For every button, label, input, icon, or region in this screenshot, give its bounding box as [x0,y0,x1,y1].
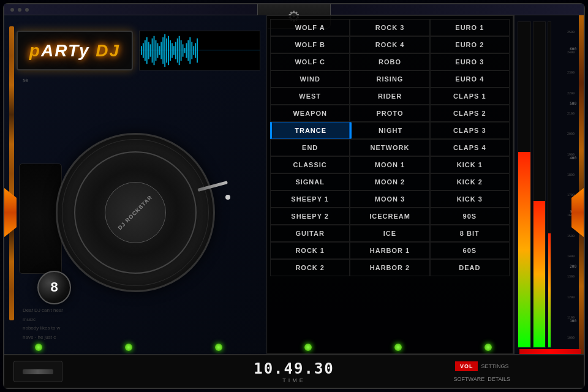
track-name-moon2: MOON 2 [375,178,405,186]
svg-rect-4 [146,37,148,64]
track-rock1[interactable]: ROCK 1 [270,242,350,259]
turntable-container: DJ ROCKSTAR 8 [56,133,215,292]
software-label[interactable]: SOFTWARE [453,376,484,382]
track-classic[interactable]: CLASSIC [270,156,350,173]
track-moon2[interactable]: MOON 2 [350,173,429,190]
track-kick2[interactable]: KICK 2 [430,173,510,190]
track-night[interactable]: NIGHT [350,122,429,139]
svg-rect-30 [193,46,194,55]
track-harbor1[interactable]: HARBOR 1 [350,242,429,259]
track-wolf-b[interactable]: WOLF B [270,36,350,53]
track-name-rock3: ROCK 3 [375,24,405,31]
ds-1100: 1100 [567,315,575,319]
track-name-rising: RISING [377,75,404,83]
track-trance[interactable]: TRANCE [270,122,350,139]
details-label[interactable]: DETAILS [488,376,510,382]
track-kick3[interactable]: KICK 3 [430,190,510,208]
track-name-weapon: WEAPON [293,110,327,117]
svg-rect-21 [177,39,178,63]
track-proto[interactable]: PROTO [350,105,429,122]
track-name-wolf-c: WOLF C [295,58,325,66]
turntable[interactable]: DJ ROCKSTAR [56,133,215,292]
track-claps2[interactable]: CLAPS 2 [430,105,510,122]
track-wolf-a[interactable]: WOLF A [270,19,350,36]
ds-2400: 2400 [567,50,575,54]
settings-label[interactable]: SETTINGS [481,361,508,371]
vu-right-fill [533,201,546,347]
track-name-dead: DEAD [459,264,480,271]
dot-1 [10,8,14,12]
track-end[interactable]: END [270,139,350,156]
track-name-signal: SIGNAL [295,178,325,186]
track-ice[interactable]: ICE [350,225,429,242]
track-guitar[interactable]: GUITAR [270,225,350,242]
track-name-60s: 60S [463,247,477,254]
track-claps1[interactable]: CLAPS 1 [430,88,510,105]
track-signal[interactable]: SIGNAL [270,173,350,190]
track-euro3[interactable]: EURO 3 [430,53,510,70]
track-8bit[interactable]: 8 BIT [430,225,510,242]
track-harbor2[interactable]: HARBOR 2 [350,259,429,276]
track-rider[interactable]: RIDER [350,88,429,105]
top-bar-dots [10,8,29,12]
svg-rect-3 [145,40,146,61]
track-moon1[interactable]: MOON 1 [350,156,429,173]
track-60s[interactable]: 60S [430,242,510,259]
track-network[interactable]: NETWORK [350,139,429,156]
bottom-left-deco [13,361,62,382]
logo-dj: DJ [96,41,120,60]
track-name-rider: RIDER [378,92,402,100]
track-column-2: ROCK 3 ROCK 4 ROBO RISING RIDER [350,19,429,350]
track-robo[interactable]: ROBO [350,53,429,70]
track-kick1[interactable]: KICK 1 [430,156,510,173]
track-west[interactable]: WEST [270,88,350,105]
track-wind[interactable]: WIND [270,70,350,88]
track-column-1: WOLF A WOLF B WOLF C WIND WEST [270,19,350,350]
waveform-area [139,31,260,70]
ds-2000: 2000 [567,132,575,135]
dj-label-text: DJ ROCKSTAR [117,194,154,230]
green-light-5 [394,344,402,351]
track-name-end: END [302,144,318,151]
time-label: TIME [254,377,334,383]
track-name-rock1: ROCK 1 [295,247,325,254]
track-claps4[interactable]: CLAPS 4 [430,139,510,156]
svg-rect-1 [141,46,142,55]
track-sheepy1[interactable]: SHEEPY 1 [270,190,350,208]
dot-2 [18,8,21,12]
svg-rect-13 [162,37,164,64]
track-90s[interactable]: 90S [430,208,510,225]
track-moon3[interactable]: MOON 3 [350,190,429,208]
track-rising[interactable]: RISING [350,70,429,88]
track-rock3[interactable]: ROCK 3 [350,19,429,36]
track-name-icecream: ICECREAM [369,213,410,220]
ds-2300: 2300 [567,70,575,74]
track-name-proto: PROTO [377,110,404,117]
vu-extra-fill [548,233,551,347]
track-weapon[interactable]: WEAPON [270,105,350,122]
track-euro2[interactable]: EURO 2 [430,36,510,53]
track-list: WOLF A WOLF B WOLF C WIND WEST [267,16,513,353]
logo-p: p [29,41,41,60]
track-dead[interactable]: DEAD [430,259,510,276]
svg-rect-7 [152,39,153,63]
track-euro4[interactable]: EURO 4 [430,70,510,88]
svg-rect-11 [159,46,160,55]
track-icecream[interactable]: ICECREAM [350,208,429,225]
track-wolf-c[interactable]: WOLF C [270,53,350,70]
track-rock4[interactable]: ROCK 4 [350,36,429,53]
left-panel: pARTy DJ [4,15,268,354]
track-sheepy2[interactable]: SHEEPY 2 [270,208,350,225]
vu-right-bar [533,21,546,348]
track-name-guitar: GUITAR [295,230,324,237]
svg-rect-24 [183,44,184,56]
track-euro1[interactable]: EURO 1 [430,19,510,36]
svg-rect-2 [143,43,144,58]
ds-1300: 1300 [567,274,575,278]
right-orange-accent [579,15,584,354]
track-claps3[interactable]: CLAPS 3 [430,122,510,139]
track-name-euro2: EURO 2 [455,41,484,48]
track-rock2[interactable]: ROCK 2 [270,259,350,276]
vol-button[interactable]: VOL [455,361,478,371]
svg-rect-12 [160,42,162,59]
